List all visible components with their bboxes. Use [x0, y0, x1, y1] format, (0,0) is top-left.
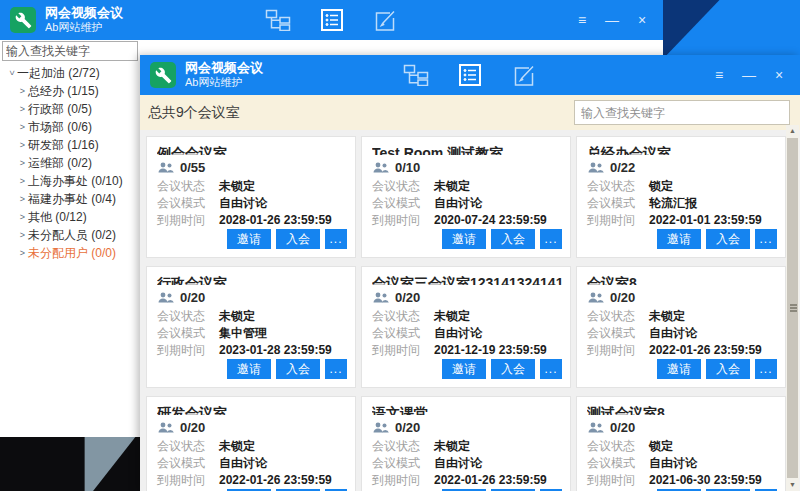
more-options-button[interactable]: ... — [325, 229, 347, 249]
invite-button[interactable]: 邀请 — [227, 229, 271, 249]
sidebar-tree-item[interactable]: > 运维部 (0/2) — [0, 154, 140, 172]
join-button[interactable]: 入会 — [706, 229, 750, 249]
mode-label: 会议模式 — [372, 455, 424, 472]
sidebar-tree-item[interactable]: > 未分配用户 (0/0) — [0, 244, 140, 262]
front-close-button[interactable]: × — [768, 64, 790, 86]
back-minimize-button[interactable]: — — [601, 9, 623, 31]
expiry-label: 到期时间 — [372, 472, 424, 489]
scroll-up-icon[interactable]: ▲ — [786, 125, 799, 137]
more-options-button[interactable]: ... — [540, 359, 562, 379]
mode-label: 会议模式 — [372, 195, 424, 212]
room-card-grid: 例会会议室 0/55 会议状态未锁定 会议模式自由讨论 到期时间2028-01-… — [140, 130, 786, 491]
room-name: 语文课堂 — [372, 405, 562, 415]
scroll-down-icon[interactable]: ▼ — [786, 479, 799, 491]
participant-count: 0/20 — [395, 290, 420, 305]
invite-button[interactable]: 邀请 — [227, 359, 271, 379]
status-label: 会议状态 — [587, 308, 639, 325]
participants-icon — [588, 162, 604, 173]
edit-compose-icon[interactable] — [510, 61, 538, 89]
sidebar-tree-item[interactable]: > 一起加油 (2/72) — [0, 64, 140, 82]
sidebar-tree-item[interactable]: > 上海办事处 (0/10) — [0, 172, 140, 190]
edit-compose-icon[interactable] — [372, 6, 400, 34]
expiry-value: 2021-12-19 23:59:59 — [434, 342, 547, 359]
participants-icon — [588, 292, 604, 303]
vertical-scrollbar[interactable]: ▲ ▼ — [786, 125, 799, 491]
back-menu-button[interactable]: ≡ — [571, 9, 593, 31]
chevron-right-icon[interactable]: > — [17, 208, 28, 226]
sidebar-search-input[interactable] — [2, 41, 138, 61]
chevron-right-icon[interactable]: > — [17, 82, 28, 100]
invite-button[interactable]: 邀请 — [442, 229, 486, 249]
more-options-button[interactable]: ... — [540, 229, 562, 249]
join-button[interactable]: 入会 — [276, 229, 320, 249]
room-name: Test Room 测试教室 — [372, 145, 562, 155]
chevron-right-icon[interactable]: > — [17, 244, 28, 262]
invite-button[interactable]: 邀请 — [657, 229, 701, 249]
join-button[interactable]: 入会 — [491, 229, 535, 249]
sidebar-tree-item[interactable]: > 福建办事处 (0/4) — [0, 190, 140, 208]
room-list-icon[interactable] — [456, 61, 484, 89]
invite-button[interactable]: 邀请 — [442, 359, 486, 379]
front-menu-button[interactable]: ≡ — [708, 64, 730, 86]
chevron-right-icon[interactable]: > — [17, 100, 28, 118]
status-value: 未锁定 — [434, 438, 470, 455]
participant-count: 0/20 — [610, 290, 635, 305]
sidebar-tree-item[interactable]: > 研发部 (1/16) — [0, 136, 140, 154]
join-button[interactable]: 入会 — [276, 359, 320, 379]
mode-value: 自由讨论 — [434, 325, 482, 342]
join-button[interactable]: 入会 — [491, 359, 535, 379]
org-chart-icon[interactable] — [264, 6, 292, 34]
status-label: 会议状态 — [157, 178, 209, 195]
mode-label: 会议模式 — [587, 325, 639, 342]
meeting-room-card: 会议室8 0/20 会议状态未锁定 会议模式自由讨论 到期时间2022-01-2… — [576, 266, 786, 388]
more-options-button[interactable]: ... — [325, 359, 347, 379]
chevron-down-icon[interactable]: > — [3, 68, 21, 79]
scrollbar-thumb[interactable] — [787, 138, 798, 478]
mode-value: 自由讨论 — [434, 195, 482, 212]
expiry-label: 到期时间 — [157, 212, 209, 229]
status-label: 会议状态 — [372, 308, 424, 325]
chevron-right-icon[interactable]: > — [17, 172, 28, 190]
status-label: 会议状态 — [372, 178, 424, 195]
chevron-right-icon[interactable]: > — [17, 190, 28, 208]
wallpaper-black-corner — [0, 437, 141, 491]
expiry-value: 2022-01-26 23:59:59 — [649, 342, 762, 359]
status-value: 未锁定 — [219, 438, 255, 455]
status-value: 未锁定 — [649, 308, 685, 325]
chevron-right-icon[interactable]: > — [17, 118, 28, 136]
chevron-right-icon[interactable]: > — [17, 226, 28, 244]
sidebar-tree-item[interactable]: > 未分配人员 (0/2) — [0, 226, 140, 244]
expiry-value: 2022-01-26 23:59:59 — [219, 472, 332, 489]
sidebar-tree-item[interactable]: > 总经办 (1/15) — [0, 82, 140, 100]
mode-value: 自由讨论 — [219, 195, 267, 212]
expiry-value: 2023-01-28 23:59:59 — [219, 342, 332, 359]
meeting-room-card: 语文课堂 0/20 会议状态未锁定 会议模式自由讨论 到期时间2022-01-2… — [361, 396, 571, 491]
room-list-icon[interactable] — [318, 6, 346, 34]
more-options-button[interactable]: ... — [755, 229, 777, 249]
participant-count: 0/20 — [180, 420, 205, 435]
meeting-room-card: 例会会议室 0/55 会议状态未锁定 会议模式自由讨论 到期时间2028-01-… — [146, 136, 356, 258]
status-label: 会议状态 — [372, 438, 424, 455]
participant-count: 0/20 — [395, 420, 420, 435]
status-label: 会议状态 — [587, 178, 639, 195]
invite-button[interactable]: 邀请 — [657, 359, 701, 379]
back-close-button[interactable]: × — [631, 9, 653, 31]
back-window-titlebar: 网会视频会议 Ab网站维护 ≡ — × — [0, 0, 663, 40]
status-value: 未锁定 — [219, 308, 255, 325]
front-window-subtitle: Ab网站维护 — [185, 76, 263, 89]
chevron-right-icon[interactable]: > — [17, 154, 28, 172]
chevron-right-icon[interactable]: > — [17, 136, 28, 154]
expiry-value: 2021-06-30 23:59:59 — [649, 472, 762, 489]
mode-value: 自由讨论 — [434, 455, 482, 472]
sidebar-tree-item[interactable]: > 其他 (0/12) — [0, 208, 140, 226]
org-chart-icon[interactable] — [402, 61, 430, 89]
sidebar-tree-item[interactable]: > 市场部 (0/6) — [0, 118, 140, 136]
join-button[interactable]: 入会 — [706, 359, 750, 379]
room-name: 会议室三会议室123141324141三会... — [372, 275, 562, 285]
more-options-button[interactable]: ... — [755, 359, 777, 379]
department-tree: > 一起加油 (2/72) > 总经办 (1/15) > 行政部 (0/5) >… — [0, 64, 140, 262]
room-search-input[interactable] — [574, 100, 790, 125]
sidebar-tree-item[interactable]: > 行政部 (0/5) — [0, 100, 140, 118]
expiry-value: 2022-01-26 23:59:59 — [434, 472, 547, 489]
front-minimize-button[interactable]: — — [738, 64, 760, 86]
